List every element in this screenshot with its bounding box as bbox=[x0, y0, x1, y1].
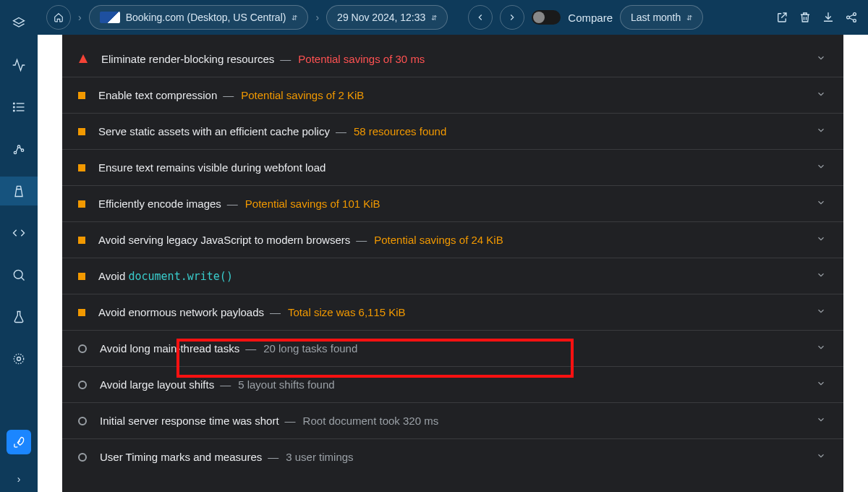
svg-line-11 bbox=[20, 148, 22, 150]
site-label: Booking.com (Desktop, US Central) bbox=[126, 12, 286, 23]
site-favicon-icon bbox=[100, 12, 120, 23]
separator: — bbox=[336, 125, 346, 137]
status-square-icon bbox=[78, 92, 85, 99]
nav-settings-icon[interactable] bbox=[0, 344, 38, 373]
audit-detail: 3 user timings bbox=[286, 451, 353, 463]
audit-title: Avoid large layout shifts bbox=[100, 378, 214, 391]
chevron-down-icon bbox=[816, 415, 826, 427]
audit-detail: Potential savings of 30 ms bbox=[298, 53, 425, 65]
chevron-down-icon bbox=[816, 53, 826, 65]
svg-marker-21 bbox=[79, 54, 88, 63]
annotation-arrow bbox=[62, 480, 843, 492]
svg-point-7 bbox=[14, 151, 16, 153]
nav-search-icon[interactable] bbox=[0, 260, 38, 289]
snapshot-selector[interactable]: 29 Nov 2024, 12:33 ⇵ bbox=[326, 5, 448, 30]
sidebar-collapse-icon[interactable]: › bbox=[17, 473, 21, 485]
audit-title: Serve static assets with an efficient ca… bbox=[98, 125, 330, 137]
status-triangle-icon bbox=[78, 54, 88, 63]
audits-panel: Eliminate render-blocking resources — Po… bbox=[62, 35, 843, 492]
separator: — bbox=[270, 306, 281, 318]
nav-activity-icon[interactable] bbox=[0, 51, 38, 80]
nav-stack-icon[interactable] bbox=[0, 9, 38, 38]
audit-detail: Potential savings of 24 KiB bbox=[374, 234, 503, 246]
chevron-updown-icon: ⇵ bbox=[686, 14, 692, 22]
audit-title: Eliminate render-blocking resources bbox=[101, 53, 274, 65]
nav-flask-icon[interactable] bbox=[0, 302, 38, 331]
audit-row[interactable]: Avoid long main-thread tasks — 20 long t… bbox=[62, 330, 843, 366]
share-icon[interactable] bbox=[843, 9, 859, 25]
chevron-down-icon bbox=[816, 234, 826, 246]
prev-button[interactable] bbox=[468, 5, 493, 30]
svg-point-4 bbox=[14, 103, 15, 104]
audit-row[interactable]: Initial server response time was short —… bbox=[62, 402, 843, 438]
audit-detail: 58 resources found bbox=[354, 125, 446, 137]
audit-list: Eliminate render-blocking resources — Po… bbox=[62, 35, 843, 480]
audit-row[interactable]: Avoid serving legacy JavaScript to moder… bbox=[62, 221, 843, 258]
nav-code-icon[interactable] bbox=[0, 219, 38, 247]
chevron-updown-icon: ⇵ bbox=[431, 14, 437, 22]
audit-detail: Root document took 320 ms bbox=[303, 415, 439, 427]
separator: — bbox=[245, 342, 256, 355]
audit-row[interactable]: Eliminate render-blocking resources — Po… bbox=[62, 41, 843, 77]
separator: — bbox=[227, 198, 238, 210]
audit-row[interactable]: User Timing marks and measures — 3 user … bbox=[62, 438, 843, 475]
site-selector[interactable]: Booking.com (Desktop, US Central) ⇵ bbox=[89, 5, 309, 30]
audit-title: Efficiently encode images bbox=[98, 198, 221, 210]
status-circle-icon bbox=[78, 381, 87, 389]
audit-row[interactable]: Serve static assets with an efficient ca… bbox=[62, 113, 843, 149]
audit-row[interactable]: Enable text compression — Potential savi… bbox=[62, 77, 843, 113]
separator: — bbox=[220, 378, 231, 391]
nav-list-icon[interactable] bbox=[0, 93, 38, 122]
audit-detail: 20 long tasks found bbox=[263, 342, 357, 355]
svg-point-6 bbox=[14, 110, 15, 111]
audit-detail: Potential savings of 101 KiB bbox=[245, 198, 380, 210]
delete-icon[interactable] bbox=[797, 9, 813, 25]
audit-row[interactable]: Efficiently encode images — Potential sa… bbox=[62, 185, 843, 221]
audit-row[interactable]: Avoid large layout shifts — 5 layout shi… bbox=[62, 366, 843, 402]
chevron-down-icon bbox=[816, 342, 826, 355]
audit-title: Avoid serving legacy JavaScript to moder… bbox=[98, 234, 350, 246]
audit-row[interactable]: Avoid document.write() bbox=[62, 258, 843, 294]
svg-line-10 bbox=[16, 148, 18, 152]
audit-title: Initial server response time was short bbox=[100, 415, 279, 427]
chevron-down-icon bbox=[816, 125, 826, 137]
home-button[interactable] bbox=[46, 5, 71, 30]
chevron-down-icon bbox=[816, 89, 826, 101]
chevron-down-icon bbox=[816, 198, 826, 210]
audit-detail: 5 layout shifts found bbox=[238, 378, 334, 391]
svg-line-20 bbox=[849, 18, 854, 20]
nav-rocket-icon[interactable] bbox=[7, 430, 31, 454]
download-icon[interactable] bbox=[820, 9, 836, 25]
nav-graph-icon[interactable] bbox=[0, 135, 38, 164]
next-button[interactable] bbox=[500, 5, 524, 30]
audit-title: Enable text compression bbox=[98, 89, 217, 101]
range-selector[interactable]: Last month ⇵ bbox=[620, 5, 703, 30]
status-circle-icon bbox=[78, 453, 87, 462]
audit-detail: Total size was 6,115 KiB bbox=[288, 306, 406, 318]
status-square-icon bbox=[78, 273, 85, 280]
svg-line-13 bbox=[21, 277, 24, 280]
svg-marker-0 bbox=[14, 18, 25, 24]
open-external-icon[interactable] bbox=[774, 9, 790, 25]
svg-point-14 bbox=[17, 357, 21, 361]
svg-point-15 bbox=[14, 354, 23, 363]
audit-row[interactable]: Ensure text remains visible during webfo… bbox=[62, 149, 843, 185]
chevron-down-icon bbox=[816, 270, 826, 282]
chevron-down-icon bbox=[816, 451, 826, 463]
audit-row[interactable]: Avoid enormous network payloads — Total … bbox=[62, 294, 843, 330]
compare-toggle[interactable] bbox=[532, 10, 561, 25]
breadcrumb-sep-2: › bbox=[315, 12, 319, 23]
chevron-down-icon bbox=[816, 161, 826, 174]
separator: — bbox=[280, 53, 291, 65]
snapshot-label: 29 Nov 2024, 12:33 bbox=[337, 12, 425, 23]
svg-point-12 bbox=[14, 270, 22, 279]
svg-point-5 bbox=[14, 106, 15, 108]
chevron-down-icon bbox=[816, 306, 826, 318]
chevron-updown-icon: ⇵ bbox=[292, 14, 297, 22]
audit-title: Avoid enormous network payloads bbox=[98, 306, 264, 318]
compare-label: Compare bbox=[568, 12, 613, 24]
nav-lighthouse-icon[interactable] bbox=[0, 177, 38, 205]
status-square-icon bbox=[78, 309, 85, 316]
status-square-icon bbox=[78, 237, 85, 244]
status-circle-icon bbox=[78, 417, 87, 425]
